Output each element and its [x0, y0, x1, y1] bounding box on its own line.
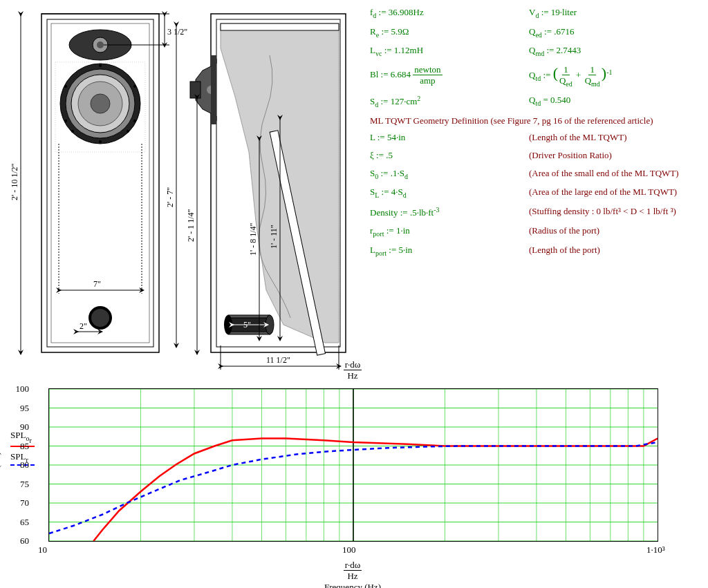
svg-point-17: [71, 130, 74, 133]
geom-xi-desc: (Driver Position Ratio): [529, 150, 612, 161]
svg-point-45: [224, 315, 232, 334]
svg-point-11: [64, 85, 67, 88]
svg-point-18: [127, 130, 129, 133]
svg-point-13: [64, 120, 67, 122]
svg-point-15: [99, 64, 102, 67]
geom-S0: S0 := .1·Sd: [370, 168, 529, 180]
geom-Lport-desc: (Length of the port): [529, 245, 600, 257]
param-Re: Re := 5.9Ω: [370, 26, 529, 39]
geom-rport: rport := 1·in: [370, 225, 529, 238]
svg-text:2": 2": [80, 321, 87, 331]
param-Qtd-formula: Qtd := (1Qed + 1Qmd)-1: [529, 64, 612, 88]
parameters-panel: fd := 36.908Hz Vd := 19·liter Re := 5.9Ω…: [370, 7, 701, 359]
chart-bottom-xaxis-frac: r·dωHz: [48, 560, 657, 582]
param-Qmd: Qmd := 2.7443: [529, 45, 581, 57]
svg-point-16: [99, 140, 102, 143]
geom-Lport: Lport := 5·in: [370, 245, 529, 257]
svg-text:11 1/2": 11 1/2": [266, 355, 290, 365]
svg-text:3 1/2": 3 1/2": [167, 27, 187, 37]
param-Lvc: Lvc := 1.12mH: [370, 45, 529, 57]
param-Bl: Bl := 6.684 newtonamp: [370, 64, 529, 88]
svg-text:2' - 10 1/2": 2' - 10 1/2": [10, 164, 19, 200]
chart-plot-area: [48, 388, 658, 542]
svg-point-46: [266, 315, 274, 334]
param-Vd: Vd := 19·liter: [529, 7, 577, 19]
geom-xi: ξ := .5: [370, 150, 529, 161]
svg-point-5: [97, 41, 104, 48]
geom-SL-desc: (Area of the large end of the ML TQWT): [529, 187, 677, 199]
svg-point-14: [133, 120, 136, 122]
geom-Density-desc: (Stuffing density : 0 lb/ft³ < D < 1 lb/…: [529, 206, 676, 218]
side-view: 5" 11 1/2" 2' - 1 1/4" 1' - 8 1/4" 1' - …: [186, 14, 346, 370]
geom-Density: Density := .5·lb·ft-3: [370, 206, 529, 218]
param-Qtd: Qtd = 0.540: [529, 95, 570, 108]
svg-point-12: [133, 85, 136, 88]
geom-L: L := 54·in: [370, 132, 529, 143]
svg-point-10: [91, 94, 110, 113]
geom-S0-desc: (Area of the small end of the ML TQWT): [529, 168, 679, 180]
svg-text:2' - 7": 2' - 7": [165, 187, 175, 207]
svg-text:2' - 1 1/4": 2' - 1 1/4": [186, 209, 196, 242]
svg-rect-42: [211, 55, 216, 124]
chart-ylabel: SPL (dB): [0, 452, 2, 486]
svg-rect-40: [190, 82, 201, 98]
svg-text:1' - 8 1/4": 1' - 8 1/4": [248, 223, 258, 256]
chart-xlabel: Frequency (Hz): [48, 582, 657, 588]
param-fd: fd := 36.908Hz: [370, 7, 529, 19]
geom-L-desc: (Length of the ML TQWT): [529, 132, 627, 143]
speaker-drawings: 7" 2" 2' - 10 1/2" 3 1/2" 2' - 7": [7, 7, 356, 359]
svg-text:7": 7": [93, 279, 101, 289]
param-Sd: Sd := 127·cm2: [370, 95, 529, 108]
spl-chart: SPL (dB) SPLor SPLr 6065707580859095100 …: [48, 388, 701, 588]
param-Qed: Qed := .6716: [529, 26, 575, 39]
drawing-svg: 7" 2" 2' - 10 1/2" 3 1/2" 2' - 7": [7, 7, 356, 373]
front-view: 7" 2": [41, 14, 159, 352]
geometry-section-title: ML TQWT Geometry Definition (see Figure …: [370, 115, 701, 126]
svg-point-21: [91, 309, 109, 327]
geom-rport-desc: (Radius of the port): [529, 225, 599, 238]
svg-rect-39: [221, 23, 339, 30]
svg-text:1' - 11": 1' - 11": [269, 225, 279, 249]
geom-SL: SL := 4·Sd: [370, 187, 529, 199]
